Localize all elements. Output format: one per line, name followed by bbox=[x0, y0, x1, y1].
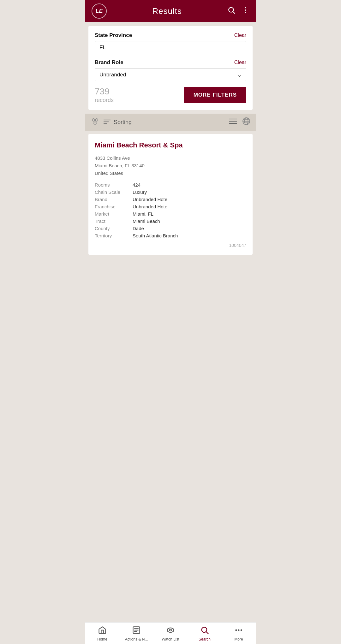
detail-value: Unbranded Hotel bbox=[133, 204, 168, 209]
hotel-address: 4833 Collins Ave Miami Beach, FL 33140 U… bbox=[95, 154, 246, 177]
home-nav-icon bbox=[98, 626, 107, 636]
detail-row: Franchise Unbranded Hotel bbox=[95, 204, 246, 209]
detail-row: Brand Unbranded Hotel bbox=[95, 197, 246, 202]
state-province-clear-button[interactable]: Clear bbox=[234, 33, 246, 38]
detail-row: Rooms 424 bbox=[95, 182, 246, 188]
svg-point-28 bbox=[238, 629, 239, 631]
state-province-filter: State Province Clear bbox=[95, 32, 246, 54]
sorting-right bbox=[229, 117, 251, 128]
detail-key: County bbox=[95, 226, 133, 231]
svg-point-3 bbox=[245, 9, 246, 11]
home-nav-label: Home bbox=[97, 637, 107, 641]
more-nav-label: More bbox=[234, 637, 243, 641]
detail-row: Market Miami, FL bbox=[95, 211, 246, 217]
detail-value: Miami, FL bbox=[133, 211, 153, 217]
filter-panel: State Province Clear Brand Role Clear Un… bbox=[88, 26, 253, 110]
result-card[interactable]: Miami Beach Resort & Spa 4833 Collins Av… bbox=[88, 134, 253, 255]
nav-item-more[interactable]: More bbox=[222, 623, 256, 644]
nav-item-watchlist[interactable]: Watch List bbox=[153, 623, 188, 644]
search-nav-icon bbox=[200, 626, 209, 636]
group-icon[interactable] bbox=[90, 117, 99, 128]
bottom-nav: Home Actions & N... Watch List Search Mo… bbox=[85, 622, 256, 644]
detail-key: Territory bbox=[95, 233, 133, 238]
detail-row: Territory South Atlantic Branch bbox=[95, 233, 246, 238]
address-line3: United States bbox=[95, 170, 246, 177]
hotel-name: Miami Beach Resort & Spa bbox=[95, 141, 246, 150]
brand-role-select-wrapper: Unbranded Branded Independent ⌄ bbox=[95, 68, 246, 81]
nav-item-search[interactable]: Search bbox=[188, 623, 222, 644]
svg-point-23 bbox=[167, 628, 174, 632]
address-line1: 4833 Collins Ave bbox=[95, 154, 246, 162]
logo: LE bbox=[92, 3, 107, 19]
detail-row: Tract Miami Beach bbox=[95, 218, 246, 224]
brand-role-filter: Brand Role Clear Unbranded Branded Indep… bbox=[95, 59, 246, 81]
nav-item-home[interactable]: Home bbox=[85, 623, 119, 644]
detail-row: Chain Scale Luxury bbox=[95, 189, 246, 195]
nav-item-actions[interactable]: Actions & N... bbox=[119, 623, 153, 644]
more-filters-button[interactable]: MORE FILTERS bbox=[184, 87, 246, 103]
svg-line-26 bbox=[206, 632, 208, 634]
detail-value: Dade bbox=[133, 226, 144, 231]
detail-key: Rooms bbox=[95, 182, 133, 188]
detail-key: Market bbox=[95, 211, 133, 217]
detail-key: Franchise bbox=[95, 204, 133, 209]
records-count: 739 records bbox=[95, 86, 114, 104]
svg-point-7 bbox=[94, 122, 96, 124]
svg-point-24 bbox=[170, 629, 171, 631]
menu-icon[interactable] bbox=[241, 6, 249, 16]
sorting-left: Sorting bbox=[90, 117, 132, 128]
brand-role-select[interactable]: Unbranded Branded Independent bbox=[95, 68, 246, 81]
svg-line-1 bbox=[233, 12, 235, 14]
hotel-details: Rooms 424 Chain Scale Luxury Brand Unbra… bbox=[95, 182, 246, 238]
detail-value: South Atlantic Branch bbox=[133, 233, 178, 238]
header: LE Results bbox=[85, 0, 256, 22]
address-line2: Miami Beach, FL 33140 bbox=[95, 162, 246, 170]
watchlist-nav-label: Watch List bbox=[162, 637, 179, 641]
brand-role-clear-button[interactable]: Clear bbox=[234, 60, 246, 65]
more-nav-icon bbox=[234, 626, 243, 636]
records-row: 739 records MORE FILTERS bbox=[95, 86, 246, 104]
brand-role-label: Brand Role bbox=[95, 59, 123, 66]
svg-point-29 bbox=[241, 629, 242, 631]
detail-value: Luxury bbox=[133, 189, 147, 195]
actions-nav-label: Actions & N... bbox=[125, 637, 148, 641]
detail-value: 424 bbox=[133, 182, 141, 188]
watchlist-nav-icon bbox=[166, 626, 175, 636]
sorting-bar: Sorting bbox=[85, 114, 256, 131]
state-province-label: State Province bbox=[95, 32, 132, 39]
detail-key: Brand bbox=[95, 197, 133, 202]
actions-nav-icon bbox=[132, 626, 141, 636]
search-nav-label: Search bbox=[199, 637, 211, 641]
svg-point-5 bbox=[92, 119, 95, 121]
globe-icon[interactable] bbox=[242, 117, 251, 128]
svg-point-2 bbox=[245, 7, 246, 8]
state-province-input[interactable] bbox=[95, 41, 246, 54]
svg-point-6 bbox=[95, 119, 98, 121]
list-icon[interactable] bbox=[229, 118, 237, 127]
search-icon[interactable] bbox=[227, 6, 236, 16]
page-title: Results bbox=[152, 6, 182, 16]
detail-value: Miami Beach bbox=[133, 218, 160, 224]
detail-row: County Dade bbox=[95, 226, 246, 231]
header-actions bbox=[227, 6, 249, 16]
detail-key: Tract bbox=[95, 218, 133, 224]
detail-value: Unbranded Hotel bbox=[133, 197, 168, 202]
svg-point-4 bbox=[245, 12, 246, 13]
sorting-label-text: Sorting bbox=[114, 119, 132, 126]
svg-point-27 bbox=[235, 629, 237, 631]
detail-key: Chain Scale bbox=[95, 189, 133, 195]
record-id: 1004047 bbox=[95, 243, 246, 248]
sorting-button[interactable]: Sorting bbox=[103, 119, 132, 126]
